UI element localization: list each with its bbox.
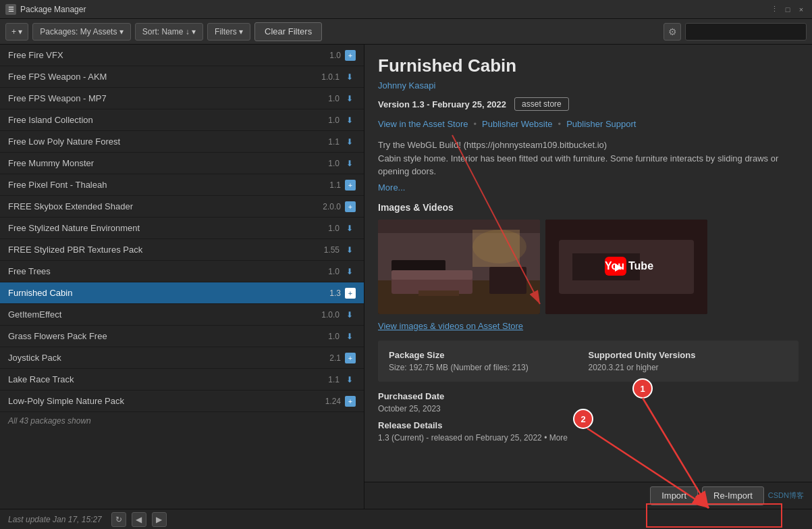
list-item-name: Free Trees (8, 266, 328, 276)
package-title: Furnished Cabin (378, 55, 799, 76)
app-title: Package Manager (20, 5, 86, 14)
svg-rect-7 (391, 270, 472, 280)
import-button[interactable]: Import (650, 486, 698, 505)
plus-icon: + (345, 180, 356, 191)
plus-icon: + (345, 201, 356, 212)
add-button[interactable]: + ▾ (5, 23, 28, 41)
svg-rect-9 (489, 267, 526, 294)
list-item-version: 1.1 (329, 180, 341, 190)
sort-dropdown[interactable]: Sort: Name ↓ ▾ (135, 23, 203, 41)
list-item[interactable]: Free Fire VFX1.0+ (0, 45, 364, 66)
info-grid: Package Size Size: 192.75 MB (Number of … (378, 341, 799, 382)
download-icon: ⬇ (344, 266, 356, 278)
download-icon: ⬇ (344, 244, 356, 256)
list-item-version: 1.3 (329, 288, 341, 298)
view-images-link[interactable]: View images & videos on Asset Store (378, 321, 799, 331)
package-size-label: Package Size (389, 350, 589, 360)
unity-versions-label: Supported Unity Versions (589, 350, 788, 360)
view-in-store-link[interactable]: View in the Asset Store (378, 119, 468, 129)
right-panel[interactable]: Furnished Cabin Johnny Kasapi Version 1.… (364, 45, 812, 509)
download-icon: ⬇ (344, 71, 356, 83)
nav-next-button[interactable]: ▶ (152, 512, 167, 527)
list-item-version: 1.1 (328, 375, 340, 384)
youtube-video-thumb[interactable]: Tube You (545, 220, 707, 314)
package-size-value: Size: 192.75 MB (Number of files: 213) (389, 363, 589, 372)
list-item-name: Low-Poly Simple Nature Pack (8, 396, 325, 406)
publisher-website-link[interactable]: Publisher Website (482, 119, 553, 129)
download-icon: ⬇ (344, 157, 356, 170)
nav-prev-button[interactable]: ◀ (132, 512, 146, 527)
purchased-date-value: October 25, 2023 (378, 404, 799, 413)
filters-dropdown[interactable]: Filters ▾ (207, 23, 250, 41)
package-list: Free Fire VFX1.0+Free FPS Weapon - AKM1.… (0, 45, 364, 509)
package-author[interactable]: Johnny Kasapi (378, 80, 799, 91)
action-bar: Import Re-Import CSDN博客 (364, 482, 812, 509)
list-item-version: 1.0 (328, 332, 340, 341)
package-description: Try the WebGL Build! (https://johnnystea… (378, 138, 799, 178)
list-item-name: Free FPS Weapon - AKM (8, 72, 321, 82)
list-item[interactable]: FREE Stylized PBR Textures Pack1.55⬇ (0, 239, 364, 261)
list-item-name: Lake Race Track (8, 374, 328, 384)
download-icon: ⬇ (344, 374, 356, 386)
publisher-support-link[interactable]: Publisher Support (566, 119, 636, 129)
unity-versions-value: 2020.3.21 or higher (589, 363, 788, 372)
toolbar: + ▾ Packages: My Assets ▾ Sort: Name ↓ ▾… (0, 19, 812, 45)
left-panel: Free Fire VFX1.0+Free FPS Weapon - AKM1.… (0, 45, 364, 509)
list-item[interactable]: Low-Poly Simple Nature Pack1.24+ (0, 391, 364, 412)
list-item[interactable]: Grass Flowers Pack Free1.0⬇ (0, 326, 364, 347)
list-item[interactable]: Joystick Pack2.1+ (0, 347, 364, 369)
app-icon: ☰ (5, 4, 16, 15)
plus-active-icon: + (345, 288, 356, 299)
list-item-version: 1.0.1 (321, 72, 340, 82)
settings-icon[interactable]: ⚙ (664, 23, 681, 41)
asset-store-button[interactable]: asset store (514, 97, 569, 111)
plus-icon: + (345, 353, 356, 363)
list-item-name: Joystick Pack (8, 353, 329, 363)
list-item[interactable]: Free Mummy Monster1.0⬇ (0, 153, 364, 174)
reimport-button[interactable]: Re-Import (702, 486, 764, 505)
main-content: Free Fire VFX1.0+Free FPS Weapon - AKM1.… (0, 45, 812, 509)
list-item-name: GetItemEffect (8, 309, 321, 320)
release-details-label: Release Details (378, 420, 799, 430)
cabin-image-thumb[interactable] (378, 220, 540, 314)
package-size-col: Package Size Size: 192.75 MB (Number of … (389, 350, 589, 372)
unity-versions-col: Supported Unity Versions 2020.3.21 or hi… (589, 350, 788, 372)
list-item[interactable]: Free Stylized Nature Environment1.0⬇ (0, 218, 364, 239)
list-item[interactable]: Free Island Collection1.0⬇ (0, 109, 364, 131)
list-item-name: Free FPS Weapon - MP7 (8, 93, 328, 103)
images-section-title: Images & Videos (378, 202, 799, 213)
title-bar: ☰ Package Manager ⋮ □ × (0, 0, 812, 19)
restore-icon[interactable]: □ (782, 4, 793, 15)
list-item[interactable]: Lake Race Track1.1⬇ (0, 369, 364, 391)
clear-filters-button[interactable]: Clear Filters (254, 22, 322, 41)
list-item-name: Grass Flowers Pack Free (8, 331, 328, 341)
images-row: Tube You (378, 220, 799, 314)
list-item-name: Free Island Collection (8, 115, 328, 125)
list-item-name: Free Pixel Font - Thaleah (8, 180, 329, 190)
last-update-status: Last update Jan 17, 15:27 (8, 515, 102, 524)
close-icon[interactable]: × (796, 4, 807, 15)
list-item[interactable]: Free Trees1.0⬇ (0, 261, 364, 282)
list-item[interactable]: Free Low Poly Nature Forest1.1⬇ (0, 131, 364, 153)
list-item[interactable]: Free FPS Weapon - MP71.0⬇ (0, 88, 364, 109)
download-icon: ⬇ (344, 309, 356, 321)
watermark-text: CSDN博客 (768, 490, 804, 501)
purchased-date-label: Purchased Date (378, 391, 799, 401)
list-item[interactable]: Furnished Cabin1.3+ (0, 282, 364, 304)
packages-dropdown[interactable]: Packages: My Assets ▾ (32, 23, 130, 41)
separator-1: • (473, 119, 477, 129)
menu-icon[interactable]: ⋮ (769, 4, 780, 15)
list-item[interactable]: Free Pixel Font - Thaleah1.1+ (0, 174, 364, 196)
search-input[interactable] (685, 23, 807, 41)
list-item-name: Free Stylized Nature Environment (8, 223, 328, 233)
list-item-version: 1.0 (329, 51, 341, 60)
list-item[interactable]: GetItemEffect1.0.0⬇ (0, 304, 364, 326)
list-item-version: 1.0 (328, 116, 340, 125)
refresh-button[interactable]: ↻ (111, 512, 126, 527)
more-link[interactable]: More... (378, 182, 799, 193)
list-item[interactable]: FREE Skybox Extended Shader2.0.0+ (0, 196, 364, 218)
list-item-name: FREE Skybox Extended Shader (8, 201, 323, 211)
list-item[interactable]: Free FPS Weapon - AKM1.0.1⬇ (0, 66, 364, 88)
version-row: Version 1.3 - February 25, 2022 asset st… (378, 97, 799, 111)
list-item-version: 1.0 (328, 159, 340, 168)
